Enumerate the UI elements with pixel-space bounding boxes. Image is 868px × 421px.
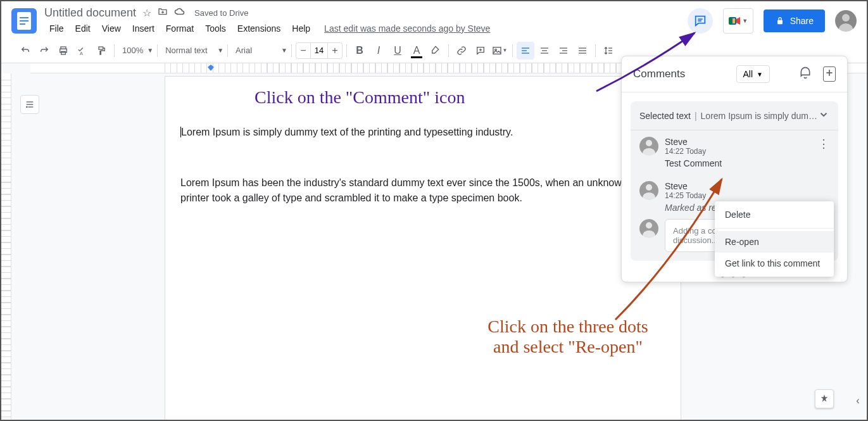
annotation-arrow-icon: [590, 28, 704, 97]
annotation-arrow-icon: [609, 174, 729, 326]
svg-rect-17: [493, 47, 501, 54]
undo-icon[interactable]: [16, 42, 34, 60]
bold-icon[interactable]: B: [351, 42, 368, 60]
menu-edit[interactable]: Edit: [70, 21, 96, 36]
underline-icon[interactable]: U: [389, 42, 406, 60]
side-panel-toggle-icon[interactable]: ‹: [850, 393, 865, 408]
redo-icon[interactable]: [35, 42, 53, 60]
svg-rect-14: [99, 47, 103, 49]
star-icon[interactable]: ☆: [142, 7, 151, 19]
font-size-input[interactable]: [310, 43, 328, 58]
comment-author: Steve: [665, 137, 812, 147]
spellcheck-icon[interactable]: A: [73, 42, 91, 60]
menu-view[interactable]: View: [97, 21, 126, 36]
link-icon[interactable]: [453, 42, 470, 60]
svg-rect-8: [733, 18, 735, 23]
font-select[interactable]: Arial: [232, 43, 289, 58]
menu-help[interactable]: Help: [287, 21, 315, 36]
paint-format-icon[interactable]: [92, 42, 110, 60]
menu-file[interactable]: File: [44, 21, 69, 36]
move-icon[interactable]: [158, 6, 168, 19]
annotation-text: Click on the "Comment" icon: [255, 87, 465, 108]
comment-item: Steve 14:22 Today Test Comment ⋮: [631, 130, 838, 175]
notification-icon[interactable]: [799, 66, 812, 82]
menu-insert[interactable]: Insert: [127, 21, 160, 36]
new-comment-icon[interactable]: [823, 66, 836, 82]
document-page[interactable]: Lorem Ipsum is simply dummy text of the …: [165, 76, 681, 421]
outline-toggle-icon[interactable]: [20, 95, 39, 114]
svg-rect-9: [777, 20, 783, 25]
menu-extensions[interactable]: Extensions: [232, 21, 286, 36]
align-justify-icon[interactable]: [574, 42, 591, 60]
canvas: Lorem Ipsum is simply dummy text of the …: [1, 63, 867, 420]
comment-text: Test Comment: [665, 158, 812, 168]
context-menu: Delete Re-open Get link to this comment: [715, 201, 834, 277]
font-size-increase[interactable]: +: [328, 43, 342, 58]
align-left-icon[interactable]: [517, 42, 534, 60]
svg-marker-7: [736, 17, 740, 25]
italic-icon[interactable]: I: [370, 42, 387, 60]
indent-marker-icon[interactable]: [208, 65, 214, 71]
svg-rect-1: [20, 20, 28, 22]
text-color-icon[interactable]: A: [408, 42, 425, 60]
svg-rect-2: [20, 23, 25, 25]
paragraph[interactable]: Lorem Ipsum has been the industry's stan…: [180, 175, 635, 206]
ctx-reopen[interactable]: Re-open: [715, 231, 834, 253]
font-size-decrease[interactable]: −: [296, 43, 310, 58]
print-icon[interactable]: [54, 42, 72, 60]
thread-header[interactable]: Selected text|Lorem Ipsum is simply dumm…: [631, 101, 838, 130]
account-avatar[interactable]: [835, 10, 857, 32]
align-right-icon[interactable]: [555, 42, 572, 60]
docs-app-icon[interactable]: [11, 8, 37, 34]
add-comment-icon[interactable]: [472, 42, 489, 60]
highlight-icon[interactable]: [427, 42, 444, 60]
comments-filter-select[interactable]: All▼: [736, 65, 770, 83]
share-label: Share: [790, 16, 814, 26]
align-center-icon[interactable]: [536, 42, 553, 60]
last-edit-link[interactable]: Last edit was made seconds ago by Steve: [324, 23, 490, 34]
ctx-getlink[interactable]: Get link to this comment: [715, 253, 834, 274]
font-size-stepper[interactable]: − +: [296, 42, 343, 59]
share-button[interactable]: Share: [764, 9, 825, 32]
meet-button[interactable]: ▼: [723, 8, 753, 34]
cloud-saved-icon[interactable]: [174, 7, 186, 18]
image-icon[interactable]: ▼: [491, 42, 508, 60]
ctx-delete[interactable]: Delete: [715, 204, 834, 225]
explore-button[interactable]: [815, 389, 834, 408]
zoom-select[interactable]: 100%: [118, 43, 154, 58]
chevron-down-icon[interactable]: [818, 109, 829, 122]
avatar: [639, 137, 658, 156]
svg-point-37: [27, 106, 27, 107]
svg-rect-0: [20, 17, 28, 18]
title-bar: Untitled document ☆ Saved to Drive File …: [1, 1, 867, 38]
cloud-status: Saved to Drive: [194, 8, 248, 18]
paragraph-style-select[interactable]: Normal text: [161, 43, 225, 58]
document-title[interactable]: Untitled document: [44, 6, 136, 20]
comment-time: 14:22 Today: [665, 147, 812, 156]
menu-tools[interactable]: Tools: [200, 21, 231, 36]
more-options-icon[interactable]: ⋮: [818, 137, 829, 168]
ruler-vertical[interactable]: [1, 73, 11, 420]
paragraph[interactable]: Lorem Ipsum is simply dummy text of the …: [180, 125, 635, 140]
menu-format[interactable]: Format: [161, 21, 199, 36]
svg-text:A: A: [80, 50, 83, 55]
